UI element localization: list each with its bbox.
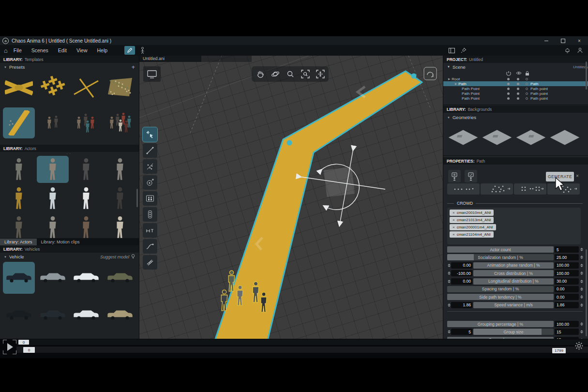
remove-clip-icon[interactable]: × bbox=[452, 218, 455, 222]
select-move-tool[interactable] bbox=[143, 127, 157, 142]
pattern-line-button[interactable] bbox=[447, 183, 480, 195]
viewport-tab[interactable]: Untitled.ani bbox=[139, 56, 201, 62]
pin-button[interactable] bbox=[459, 46, 468, 54]
param-left-value[interactable]: 5 bbox=[451, 329, 472, 335]
param-value[interactable]: 100.00 bbox=[555, 262, 579, 269]
right-scrollbar[interactable] bbox=[586, 249, 587, 336]
visibility-toggle[interactable] bbox=[507, 88, 510, 90]
param-value[interactable]: 0.00 bbox=[555, 294, 579, 300]
menu-help[interactable]: Help bbox=[97, 47, 107, 53]
right-scrollbar[interactable] bbox=[586, 61, 587, 90]
param-left-value[interactable]: 0.00 bbox=[451, 262, 472, 269]
visibility-toggle[interactable] bbox=[517, 83, 519, 85]
vehicle-thumb[interactable] bbox=[3, 262, 35, 294]
curve-tool[interactable] bbox=[143, 239, 157, 254]
param-left-value[interactable]: 1.86 bbox=[451, 302, 472, 308]
notifications-button[interactable] bbox=[563, 46, 572, 54]
param-slider[interactable]: Speed variance | m/s bbox=[473, 302, 554, 308]
chevron-right-icon[interactable]: ▶ bbox=[448, 77, 450, 80]
vehicle-thumb[interactable] bbox=[71, 299, 103, 331]
tab-library-motion-clips[interactable]: Library: Motion clips bbox=[37, 239, 84, 245]
lock-toggle[interactable] bbox=[526, 78, 528, 80]
menu-file[interactable]: File bbox=[14, 47, 22, 53]
param-slider[interactable]: Longitudinal distribution | % bbox=[473, 278, 554, 285]
settings-gear-button[interactable] bbox=[574, 341, 584, 350]
tree-row-path-point[interactable]: Path PointPath point bbox=[443, 91, 588, 96]
scatter-tool[interactable] bbox=[143, 159, 157, 174]
playhead-marker[interactable]: 0 bbox=[18, 340, 29, 345]
menu-scenes[interactable]: Scenes bbox=[31, 47, 48, 53]
path-point-handle[interactable] bbox=[287, 140, 292, 146]
spinner-control[interactable] bbox=[580, 329, 584, 335]
geometry-thumb[interactable] bbox=[447, 124, 479, 151]
visibility-toggle[interactable] bbox=[507, 78, 510, 80]
lock-toggle[interactable] bbox=[526, 88, 528, 90]
scene-section-row[interactable]: ▼ Scene Untitled.ani bbox=[443, 63, 588, 71]
param-slider[interactable]: Group size bbox=[473, 329, 554, 335]
add-preset-button[interactable]: + bbox=[131, 65, 135, 70]
preset-thumb-people-pair[interactable] bbox=[37, 107, 69, 138]
param-value[interactable]: 1.86 bbox=[555, 302, 579, 308]
range-start-marker[interactable]: 0 bbox=[23, 347, 35, 353]
spinner-control[interactable] bbox=[447, 262, 451, 268]
path-object[interactable] bbox=[213, 71, 422, 339]
actor-thumb[interactable] bbox=[71, 214, 103, 238]
vehicle-thumb[interactable] bbox=[3, 299, 35, 331]
actor-mode-button[interactable] bbox=[138, 46, 146, 54]
frame-selection-button[interactable] bbox=[314, 68, 327, 81]
actor-edit-button[interactable] bbox=[465, 170, 477, 182]
camera-view-button[interactable] bbox=[143, 66, 161, 82]
preset-thumb-path-with-people[interactable] bbox=[3, 107, 35, 138]
param-left-value[interactable]: 0.00 bbox=[451, 278, 472, 285]
visibility-toggle[interactable] bbox=[507, 97, 510, 100]
zoom-tool-button[interactable] bbox=[284, 68, 297, 81]
menu-edit[interactable]: Edit bbox=[58, 47, 67, 53]
path-tool[interactable] bbox=[143, 143, 157, 158]
spinner-control[interactable] bbox=[580, 302, 584, 308]
spinner-control[interactable] bbox=[580, 247, 584, 253]
zoom-region-button[interactable] bbox=[299, 68, 312, 81]
measure-tool[interactable] bbox=[143, 223, 157, 238]
param-value[interactable]: 0.00 bbox=[555, 286, 579, 292]
param-slider[interactable]: Cross distribution | % bbox=[473, 270, 554, 276]
visibility-toggle[interactable] bbox=[517, 88, 519, 90]
suggest-model-link[interactable]: Suggest model bbox=[100, 255, 129, 259]
actor-thumb[interactable] bbox=[37, 214, 69, 238]
vehicle-thumb[interactable] bbox=[37, 299, 69, 331]
motion-clip-chip[interactable]: ×cman20010m4_ANI bbox=[450, 210, 494, 216]
chevron-right-icon[interactable]: ▶ bbox=[455, 82, 457, 85]
actor-thumb[interactable] bbox=[3, 185, 35, 212]
spinner-control[interactable] bbox=[447, 271, 451, 276]
range-end-marker[interactable]: 1799 bbox=[552, 348, 566, 353]
scene-canvas[interactable] bbox=[139, 56, 443, 339]
edit-mode-button[interactable] bbox=[124, 46, 135, 55]
preset-thumb-crowd-field[interactable] bbox=[104, 72, 136, 103]
param-value[interactable]: 100.00 bbox=[555, 270, 579, 276]
close-button[interactable]: × bbox=[576, 38, 582, 44]
lock-toggle[interactable] bbox=[526, 92, 528, 95]
spinner-control[interactable] bbox=[580, 271, 584, 276]
param-value[interactable]: 15 bbox=[555, 329, 579, 335]
close-generate-button[interactable]: × bbox=[576, 173, 579, 179]
tree-row-path-point[interactable]: Path PointPath point bbox=[443, 96, 588, 101]
vehicle-thumb[interactable] bbox=[37, 262, 69, 294]
spinner-control[interactable] bbox=[447, 329, 451, 335]
visibility-toggle[interactable] bbox=[517, 97, 519, 100]
traffic-tool[interactable] bbox=[143, 207, 157, 222]
timeline-track-bottom[interactable] bbox=[16, 347, 588, 353]
visibility-toggle[interactable] bbox=[517, 92, 519, 95]
spinner-control[interactable] bbox=[580, 262, 584, 268]
vehicle-thumb[interactable] bbox=[104, 262, 136, 294]
gizmo-plane-handle[interactable] bbox=[324, 167, 355, 197]
home-icon[interactable]: ⌂ bbox=[4, 47, 8, 54]
param-slider[interactable]: Socialization random | % bbox=[447, 254, 554, 260]
geometry-thumb[interactable] bbox=[481, 124, 513, 151]
restore-button[interactable] bbox=[560, 38, 566, 44]
preset-thumb-people-group-large[interactable] bbox=[104, 107, 136, 138]
param-slider[interactable]: Side path tendency | % bbox=[447, 294, 554, 300]
spinner-control[interactable] bbox=[447, 278, 451, 284]
actor-thumb[interactable] bbox=[37, 156, 69, 183]
lock-toggle[interactable] bbox=[526, 83, 528, 85]
actor-thumb[interactable] bbox=[37, 185, 69, 212]
actor-thumb[interactable] bbox=[104, 185, 136, 212]
